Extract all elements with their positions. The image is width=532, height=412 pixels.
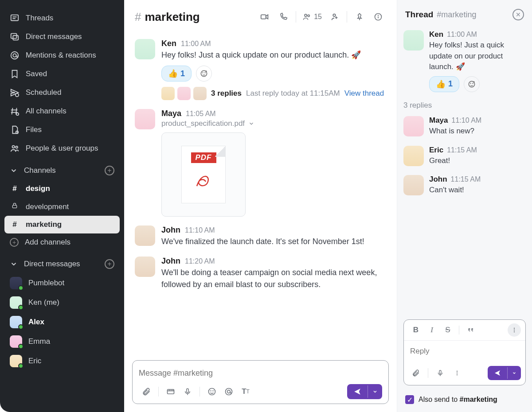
member-count[interactable]: 15 [301, 12, 324, 21]
dm-emma[interactable]: Emma [4, 332, 120, 351]
message-author[interactable]: John [161, 225, 180, 235]
sidebar-files[interactable]: Files [4, 120, 120, 139]
sidebar-people[interactable]: People & user groups [4, 139, 120, 158]
people-icon [10, 144, 20, 153]
also-send-checkbox[interactable]: ✓ [405, 395, 414, 404]
avatar[interactable] [403, 175, 424, 195]
add-dm-icon[interactable]: + [105, 259, 114, 269]
dm-eric[interactable]: Eric [4, 351, 120, 371]
message-author[interactable]: Maya [161, 109, 181, 118]
avatar[interactable] [135, 39, 155, 59]
sidebar-all-channels-label: All channels [26, 107, 66, 116]
reaction-pill[interactable]: 👍1 [161, 66, 192, 82]
sidebar-threads[interactable]: Threads [4, 9, 120, 27]
more-format-button[interactable] [508, 323, 521, 337]
message-author[interactable]: John [161, 257, 180, 266]
thread-summary[interactable]: 3 replies Last reply today at 11:15AM Vi… [161, 82, 386, 100]
file-name: product_specification.pdf [161, 119, 245, 128]
message-author[interactable]: John [429, 175, 447, 184]
svg-point-46 [473, 83, 473, 84]
message-author[interactable]: Maya [429, 116, 448, 125]
message-author[interactable]: Eric [429, 146, 443, 155]
also-send-channel: #marketing [460, 396, 497, 403]
video-call-button[interactable] [257, 9, 273, 25]
strike-button[interactable]: S [440, 323, 455, 337]
add-channels-row[interactable]: + Add channels [4, 233, 120, 251]
message-composer: TT [132, 360, 389, 404]
avatar [10, 335, 22, 348]
mention-button[interactable] [221, 384, 236, 399]
svg-point-43 [227, 390, 231, 393]
add-reaction-button[interactable] [196, 66, 212, 82]
mic-button[interactable] [180, 384, 195, 399]
message-author[interactable]: Ken [161, 39, 176, 48]
pin-button[interactable] [352, 9, 368, 25]
message-input[interactable] [139, 365, 382, 384]
avatar[interactable] [135, 257, 155, 277]
files-icon [10, 125, 20, 135]
dm-alex[interactable]: Alex [4, 312, 120, 332]
channel-title[interactable]: # marketing [135, 10, 200, 24]
emoji-button[interactable] [204, 384, 219, 399]
file-name-row[interactable]: product_specification.pdf [161, 119, 386, 128]
reply-input[interactable] [410, 347, 519, 356]
add-reaction-button[interactable] [464, 76, 480, 92]
hash-icon: # [135, 10, 141, 24]
dm-header-label: Direct messages [24, 260, 80, 268]
replies-divider: 3 replies [403, 97, 526, 112]
avatar[interactable] [403, 30, 424, 51]
add-member-button[interactable] [326, 9, 342, 25]
sidebar-all-channels[interactable]: All channels [4, 102, 120, 120]
italic-button[interactable]: I [424, 323, 439, 337]
send-dropdown[interactable] [507, 367, 521, 379]
avatar[interactable] [403, 116, 424, 136]
svg-point-19 [308, 15, 309, 16]
svg-point-49 [514, 328, 515, 329]
messages-list: Ken11:00 AM Hey folks! Just a quick upda… [124, 31, 397, 356]
audio-call-button[interactable] [275, 9, 291, 25]
add-channel-icon[interactable]: + [105, 166, 114, 175]
send-icon [488, 366, 507, 380]
info-button[interactable] [370, 9, 386, 25]
message-author[interactable]: Ken [429, 30, 443, 39]
channel-marketing[interactable]: # marketing [4, 216, 120, 233]
send-dropdown[interactable] [368, 385, 382, 398]
bold-button[interactable]: B [408, 323, 423, 337]
video-button[interactable] [163, 384, 178, 399]
message-time: 11:05 AM [186, 110, 216, 118]
avatar[interactable] [135, 225, 155, 246]
sidebar-scheduled[interactable]: Scheduled [4, 83, 120, 102]
quote-button[interactable] [463, 323, 478, 337]
scheduled-icon [10, 88, 20, 97]
reaction-pill[interactable]: 👍1 [429, 76, 459, 92]
more-button[interactable] [450, 365, 465, 381]
send-reply-button[interactable] [488, 366, 521, 380]
mini-avatar [161, 87, 175, 100]
svg-point-7 [16, 93, 19, 97]
attach-button[interactable] [408, 365, 423, 381]
sidebar-dm[interactable]: Direct messages [4, 27, 120, 46]
message-time: 11:15 AM [451, 175, 481, 183]
svg-point-41 [213, 391, 213, 391]
channels-header[interactable]: Channels + [4, 158, 120, 180]
view-thread-link[interactable]: View thread [344, 89, 384, 98]
dm-pumblebot[interactable]: Pumblebot [4, 273, 120, 293]
avatar[interactable] [403, 146, 424, 166]
dm-header[interactable]: Direct messages + [4, 251, 120, 273]
send-button[interactable] [347, 384, 382, 399]
svg-line-8 [12, 108, 13, 115]
avatar[interactable] [135, 109, 155, 129]
close-thread-button[interactable]: ✕ [512, 9, 524, 20]
sidebar-saved[interactable]: Saved [4, 65, 120, 83]
dm-ken[interactable]: Ken (me) [4, 293, 120, 312]
channel-design[interactable]: # design [4, 180, 120, 198]
channel-development[interactable]: development [4, 198, 120, 216]
mic-button[interactable] [433, 365, 448, 381]
send-icon [347, 384, 368, 399]
format-button[interactable]: TT [238, 384, 253, 399]
bookmark-icon [10, 69, 20, 79]
reaction-count: 1 [180, 69, 185, 78]
file-attachment[interactable]: PDF [161, 132, 246, 217]
attach-button[interactable] [139, 384, 154, 399]
sidebar-mentions[interactable]: Mentions & reactions [4, 46, 120, 65]
